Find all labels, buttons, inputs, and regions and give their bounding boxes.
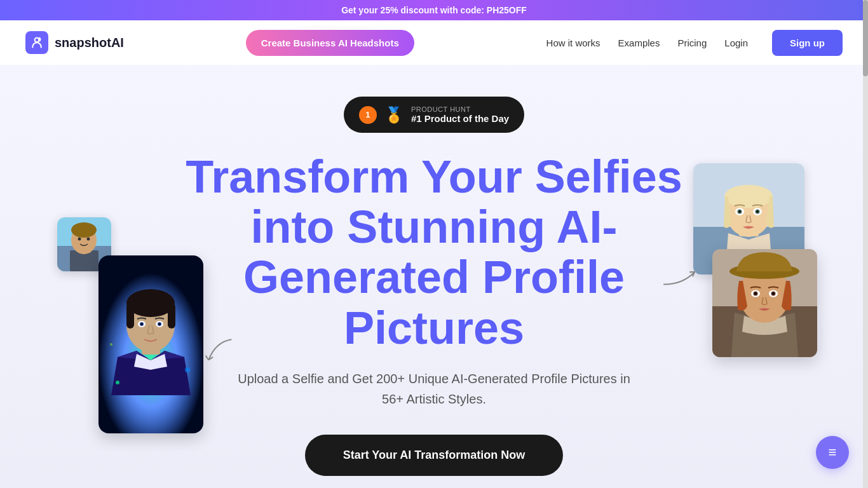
hero-section: 1 🏅 Product Hunt #1 Product of the Day T… <box>0 65 868 488</box>
svg-point-6 <box>71 222 97 238</box>
svg-point-28 <box>724 185 773 208</box>
navbar: snapshotAI Create Business AI Headshots … <box>0 20 868 65</box>
svg-point-22 <box>185 367 190 372</box>
svg-point-17 <box>141 323 143 325</box>
nav-link-pricing[interactable]: Pricing <box>677 37 707 48</box>
svg-point-21 <box>116 381 119 384</box>
logo-text: snapshotAI <box>55 36 124 50</box>
svg-rect-13 <box>126 303 134 329</box>
logo-icon <box>25 31 48 54</box>
nav-links: How it works Examples Pricing Login Sign… <box>546 30 843 56</box>
svg-point-23 <box>110 343 112 346</box>
svg-point-7 <box>78 238 81 241</box>
nav-link-login[interactable]: Login <box>724 37 748 48</box>
promo-text: Get your 25% discount with code: PH25OFF <box>341 5 527 15</box>
ph-subtitle: Product Hunt <box>411 105 509 113</box>
ph-number: 1 <box>359 106 377 124</box>
scrollbar[interactable] <box>863 0 868 488</box>
ph-badge-text: Product Hunt #1 Product of the Day <box>411 105 509 124</box>
svg-rect-14 <box>168 303 175 329</box>
logo[interactable]: snapshotAI <box>25 31 124 54</box>
hero-headline: Transform Your Selfies into Stunning AI-… <box>180 152 688 353</box>
hero-cta-button[interactable]: Start Your AI Transformation Now <box>305 435 564 476</box>
signup-button[interactable]: Sign up <box>772 30 843 56</box>
svg-point-31 <box>738 210 741 213</box>
promo-banner: Get your 25% discount with code: PH25OFF <box>0 0 868 20</box>
headline-line1: Transform Your Selfies <box>186 151 682 202</box>
nav-center: Create Business AI Headshots <box>246 30 424 56</box>
hero-subtext: Upload a Selfie and Get 200+ Unique AI-G… <box>237 369 631 409</box>
nav-link-examples[interactable]: Examples <box>618 37 660 48</box>
woman-ai-photo <box>712 249 817 357</box>
ph-title: #1 Product of the Day <box>411 113 509 124</box>
svg-point-8 <box>87 238 90 241</box>
headline-line2: into Stunning AI- <box>250 201 617 252</box>
svg-point-34 <box>756 210 759 213</box>
ph-badge: 1 🏅 Product Hunt #1 Product of the Day <box>344 97 524 133</box>
chat-icon: ≡ <box>829 444 837 461</box>
svg-point-20 <box>159 323 161 325</box>
nav-link-how-it-works[interactable]: How it works <box>546 37 600 48</box>
ph-medal-icon: 🏅 <box>384 106 403 124</box>
svg-point-0 <box>35 38 39 43</box>
nav-cta-button[interactable]: Create Business AI Headshots <box>246 30 414 56</box>
headline-line3: Generated Profile Pictures <box>243 252 625 353</box>
scrollbar-thumb[interactable] <box>863 0 868 76</box>
svg-point-45 <box>772 292 775 295</box>
svg-point-42 <box>754 292 757 295</box>
chat-bubble-button[interactable]: ≡ <box>816 436 849 469</box>
